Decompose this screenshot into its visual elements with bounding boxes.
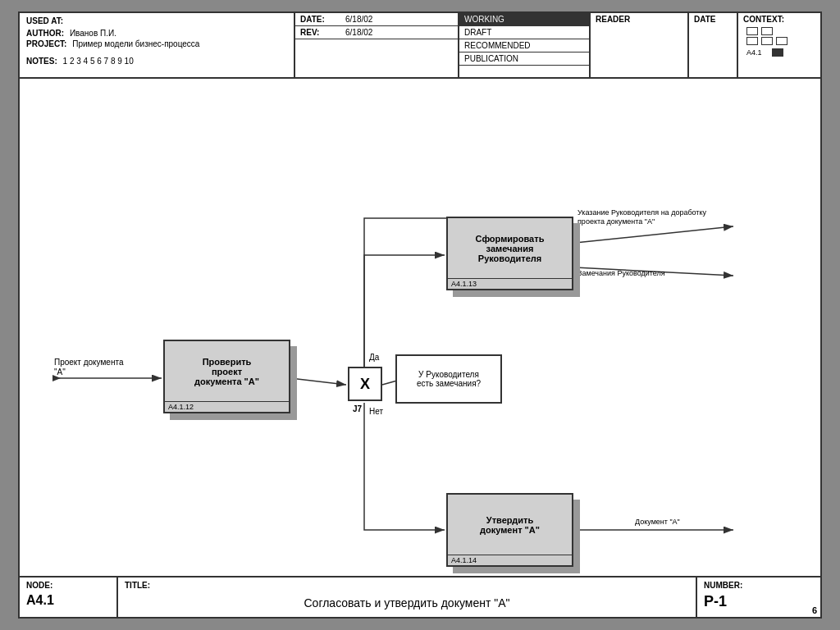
header-context: CONTEXT: A4.1 — [738, 13, 820, 77]
label-output-top1: Указание Руководителя на доработку проек… — [578, 208, 733, 226]
footer-page: 6 — [796, 578, 820, 617]
box2-wrap: СформироватьзамечанияРуководителя A4.1.1… — [446, 217, 573, 290]
rev-value: 6/18/02 — [345, 28, 453, 37]
header: USED AT: AUTHOR: Иванов П.И. PROJECT: Пр… — [20, 13, 820, 79]
ctx-box-4 — [761, 37, 773, 45]
notes-row: NOTES: 1 2 3 4 5 6 7 8 9 10 — [26, 57, 287, 66]
arrow-junction-box3 — [364, 403, 445, 530]
header-center: DATE: 6/18/02 REV: 6/18/02 — [295, 13, 459, 77]
box3-label: Утвердитьдокумент "А" — [448, 495, 572, 555]
footer: NODE: A4.1 TITLE: Согласовать и утвердит… — [20, 576, 820, 617]
box1-node: A4.1.12 — [165, 401, 289, 412]
header-status: WORKING DRAFT RECOMMENDED PUBLICATION — [459, 13, 591, 77]
arrow-box1-junction — [290, 378, 346, 385]
ctx-box-filled — [772, 48, 783, 57]
notes-value: 1 2 3 4 5 6 7 8 9 10 — [63, 57, 134, 66]
idef0-page: USED AT: AUTHOR: Иванов П.И. PROJECT: Пр… — [18, 11, 822, 619]
project-label: PROJECT: — [26, 39, 66, 48]
box1-wrap: Проверитьпроектдокумента "А" A4.1.12 — [163, 340, 290, 413]
used-at-label: USED AT: — [26, 16, 63, 25]
status-draft: DRAFT — [459, 26, 589, 39]
author-value: Иванов П.И. — [70, 29, 116, 38]
author-label: AUTHOR: — [26, 29, 64, 38]
reader-label: READER — [596, 15, 630, 24]
label-no: Нет — [369, 407, 383, 416]
status-recommended: RECOMMENDED — [459, 39, 589, 52]
page-number: 6 — [812, 605, 817, 615]
box2-node: A4.1.13 — [448, 278, 572, 289]
date-label: DATE: — [300, 15, 345, 24]
status-publication: PUBLICATION — [459, 52, 589, 66]
footer-title-value: Согласовать и утвердить документ "А" — [125, 596, 689, 609]
decision-text: У Руководителяесть замечания? — [417, 370, 481, 388]
rev-label: REV: — [300, 28, 345, 37]
header-reader: READER — [591, 13, 689, 77]
junction-symbol: X — [360, 376, 370, 393]
date-col-label: DATE — [694, 15, 715, 24]
footer-node: NODE: A4.1 — [20, 578, 118, 617]
box3-wrap: Утвердитьдокумент "А" A4.1.14 — [446, 493, 573, 567]
box1: Проверитьпроектдокумента "А" A4.1.12 — [163, 340, 290, 413]
diagram-area: Проект документа "А" Проверитьпроектдоку… — [20, 79, 820, 576]
junction-box: X — [348, 367, 382, 401]
notes-label: NOTES: — [26, 57, 57, 66]
label-input: Проект документа "А" — [54, 358, 128, 377]
arrow-feedback-top — [364, 218, 454, 367]
decision-box: У Руководителяесть замечания? — [395, 354, 502, 404]
footer-number-label: NUMBER: — [704, 581, 789, 590]
box3-node: A4.1.14 — [448, 555, 572, 565]
context-node: A4.1 — [746, 48, 762, 57]
context-boxes: A4.1 — [743, 27, 815, 57]
footer-node-value: A4.1 — [26, 593, 110, 608]
footer-number: NUMBER: P-1 — [697, 578, 796, 617]
junction-label-j7: J7 — [353, 404, 362, 413]
label-output-bot: Документ "А" — [635, 518, 680, 526]
label-output-top2: Замечания Руководителя — [578, 269, 665, 277]
box1-label: Проверитьпроектдокумента "А" — [165, 341, 289, 401]
box2: СформироватьзамечанияРуководителя A4.1.1… — [446, 217, 573, 290]
header-left: USED AT: AUTHOR: Иванов П.И. PROJECT: Пр… — [20, 13, 295, 77]
label-yes: Да — [369, 353, 379, 362]
footer-title: TITLE: Согласовать и утвердить документ … — [118, 578, 697, 617]
arrows-svg — [20, 79, 820, 576]
project-value: Пример модели бизнес-процесса — [72, 39, 199, 48]
date-value: 6/18/02 — [345, 15, 453, 24]
arrow-box2-out1 — [575, 226, 733, 243]
ctx-box-3 — [746, 37, 758, 45]
ctx-box-5 — [776, 37, 788, 45]
context-title: CONTEXT: — [743, 15, 815, 24]
box3: Утвердитьдокумент "А" A4.1.14 — [446, 493, 573, 567]
box2-label: СформироватьзамечанияРуководителя — [448, 218, 572, 278]
footer-node-label: NODE: — [26, 581, 110, 590]
header-date-col: DATE — [689, 13, 738, 77]
footer-title-label: TITLE: — [125, 581, 689, 590]
ctx-box-1 — [746, 27, 758, 35]
ctx-box-2 — [761, 27, 773, 35]
arrow-junction-box2 — [364, 255, 445, 367]
status-working: WORKING — [459, 13, 589, 26]
footer-number-value: P-1 — [704, 593, 789, 610]
